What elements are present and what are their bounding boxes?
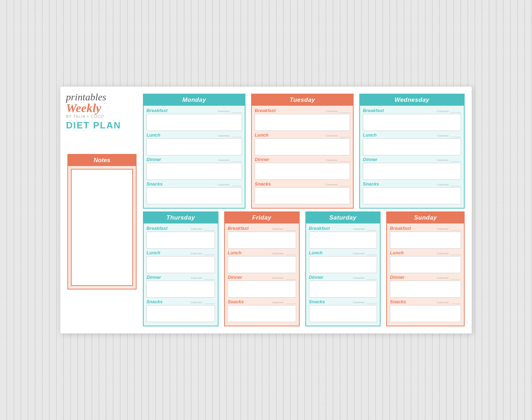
day-body-wednesday: Breakfast Calories Lunch Calories (360, 106, 464, 208)
snacks-label: Snacks (390, 299, 406, 304)
lunch-label: Lunch (309, 250, 323, 255)
meal-dinner-monday: Dinner Calories (146, 157, 242, 180)
lunch-box-sunday[interactable] (390, 256, 461, 273)
day-header-wednesday: Wednesday (360, 94, 464, 106)
snacks-box-monday[interactable] (146, 187, 242, 204)
snacks-box-saturday[interactable] (309, 305, 377, 322)
snacks-label: Snacks (146, 181, 163, 187)
lunch-box-thursday[interactable] (146, 256, 215, 273)
breakfast-box-wednesday[interactable] (363, 114, 461, 131)
day-card-friday: Friday Breakfast Calories Lunch (224, 211, 300, 326)
lunch-label: Lunch (390, 250, 404, 255)
meal-lunch-monday: Lunch Calories (146, 132, 242, 155)
day-header-thursday: Thursday (144, 212, 218, 223)
meal-dinner-wednesday: Dinner Calories (363, 157, 461, 180)
calories-label: Calories (353, 276, 377, 280)
lunch-box-tuesday[interactable] (255, 138, 350, 155)
notes-header: Notes (68, 155, 136, 166)
breakfast-label: Breakfast (146, 226, 167, 231)
day-card-saturday: Saturday Breakfast Calories Lunch (305, 211, 381, 326)
lunch-label: Lunch (255, 132, 268, 138)
calories-label: Calories (272, 301, 296, 304)
calories-label: Calories (353, 252, 377, 255)
lunch-label: Lunch (146, 250, 160, 255)
meal-breakfast-thursday: Breakfast Calories (146, 226, 215, 249)
calories-label: Calories (191, 276, 215, 280)
snacks-box-wednesday[interactable] (363, 187, 461, 204)
logo-weekly: Weekly (66, 102, 137, 114)
day-card-monday: Monday Breakfast Calories Lunch (143, 94, 245, 209)
lunch-box-monday[interactable] (146, 138, 242, 155)
lunch-box-wednesday[interactable] (363, 138, 461, 155)
snacks-box-tuesday[interactable] (255, 187, 350, 204)
calories-label: Calories (437, 110, 461, 113)
day-body-tuesday: Breakfast Calories Lunch Calories (252, 106, 353, 208)
dinner-label: Dinner (363, 157, 377, 162)
calories-label: Calories (218, 159, 242, 162)
meal-breakfast-saturday: Breakfast Calories (309, 226, 377, 249)
day-body-monday: Breakfast Calories Lunch Calories (144, 106, 245, 208)
day-header-tuesday: Tuesday (252, 94, 353, 106)
dinner-box-wednesday[interactable] (363, 163, 461, 180)
breakfast-box-tuesday[interactable] (255, 114, 350, 131)
lunch-box-friday[interactable] (228, 256, 296, 273)
dinner-box-thursday[interactable] (146, 281, 215, 298)
breakfast-label: Breakfast (390, 226, 411, 231)
calories-label: Calories (326, 110, 350, 113)
meal-dinner-tuesday: Dinner Calories (255, 157, 350, 180)
calories-label: Calories (272, 252, 296, 255)
meal-lunch-tuesday: Lunch Calories (255, 132, 350, 155)
calories-label: Calories (191, 301, 215, 304)
day-card-wednesday: Wednesday Breakfast Calories Lunch (359, 94, 465, 209)
breakfast-box-thursday[interactable] (146, 232, 215, 249)
logo-by: by Talia + CoCo (66, 114, 137, 118)
lunch-label: Lunch (146, 132, 160, 138)
breakfast-label: Breakfast (363, 108, 384, 113)
breakfast-box-sunday[interactable] (390, 232, 461, 249)
breakfast-box-saturday[interactable] (309, 232, 377, 249)
breakfast-box-monday[interactable] (146, 114, 242, 131)
dinner-label: Dinner (255, 157, 269, 162)
dinner-box-sunday[interactable] (390, 281, 461, 298)
snacks-box-thursday[interactable] (146, 305, 215, 322)
day-card-tuesday: Tuesday Breakfast Calories Lunch (251, 94, 354, 209)
breakfast-label: Breakfast (255, 108, 276, 113)
meal-snacks-sunday: Snacks Calories (390, 299, 461, 322)
meal-dinner-thursday: Dinner Calories (146, 275, 215, 298)
day-header-monday: Monday (144, 94, 245, 106)
dinner-box-saturday[interactable] (309, 281, 377, 298)
day-body-thursday: Breakfast Calories Lunch Calories (144, 223, 218, 326)
snacks-box-friday[interactable] (228, 305, 296, 322)
calories-label: Calories (218, 134, 242, 137)
meal-lunch-sunday: Lunch Calories (390, 250, 461, 273)
day-body-sunday: Breakfast Calories Lunch Calories (387, 223, 464, 326)
top-row: Monday Breakfast Calories Lunch (143, 94, 465, 209)
day-card-sunday: Sunday Breakfast Calories Lunch (386, 211, 465, 326)
day-body-friday: Breakfast Calories Lunch Calories (225, 223, 299, 326)
dinner-label: Dinner (228, 275, 242, 280)
meal-lunch-saturday: Lunch Calories (309, 250, 377, 273)
meal-snacks-monday: Snacks Calories (146, 181, 242, 204)
calories-label: Calories (437, 159, 461, 162)
dinner-box-tuesday[interactable] (255, 163, 350, 180)
meal-dinner-sunday: Dinner Calories (390, 275, 461, 298)
meal-snacks-thursday: Snacks Calories (146, 299, 215, 322)
lunch-box-saturday[interactable] (309, 256, 377, 273)
meal-snacks-tuesday: Snacks Calories (255, 181, 350, 204)
dinner-box-monday[interactable] (146, 163, 242, 180)
snacks-box-sunday[interactable] (390, 305, 461, 322)
dinner-box-friday[interactable] (228, 281, 296, 298)
notes-card: Notes (67, 154, 137, 289)
day-header-saturday: Saturday (306, 212, 380, 223)
calories-label: Calories (326, 183, 350, 186)
meal-breakfast-tuesday: Breakfast Calories (255, 108, 350, 131)
bottom-row: Thursday Breakfast Calories Lunch (143, 211, 465, 326)
snacks-label: Snacks (228, 299, 244, 304)
meal-breakfast-wednesday: Breakfast Calories (363, 108, 461, 131)
meal-breakfast-friday: Breakfast Calories (228, 226, 296, 249)
planner-container: printables Weekly by Talia + CoCo DIET P… (60, 87, 472, 333)
calories-label: Calories (191, 252, 215, 255)
notes-body (68, 166, 136, 289)
notes-input-area[interactable] (71, 169, 133, 286)
breakfast-box-friday[interactable] (228, 232, 296, 249)
